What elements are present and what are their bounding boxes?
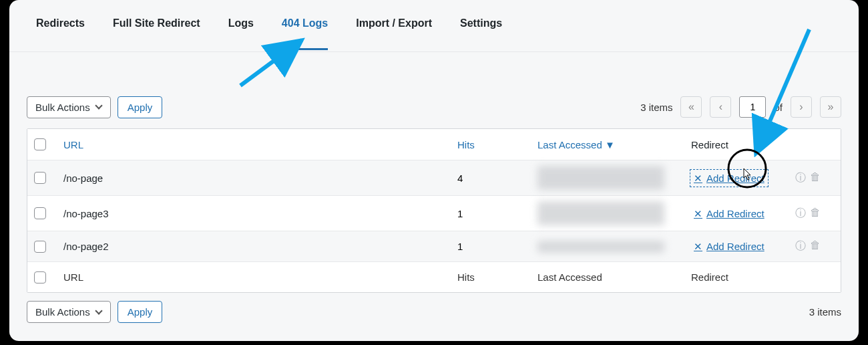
col-url[interactable]: URL	[63, 139, 457, 150]
col-redirect-footer: Redirect	[691, 271, 795, 283]
add-redirect-link[interactable]: ✕ Add Redirect	[691, 170, 767, 186]
toolbar-bottom: Bulk Actions Apply 3 items	[9, 293, 859, 323]
row-checkbox[interactable]	[34, 241, 46, 253]
tab-settings[interactable]: Settings	[460, 17, 502, 50]
add-redirect-label: Add Redirect	[706, 208, 765, 219]
add-redirect-label: Add Redirect	[706, 241, 765, 252]
select-all-checkbox[interactable]	[34, 138, 46, 150]
shuffle-icon: ✕	[694, 241, 702, 251]
pager-next-button[interactable]: ›	[791, 96, 812, 118]
tab-404-logs[interactable]: 404 Logs	[282, 17, 328, 50]
info-icon[interactable]: ⓘ	[795, 239, 806, 253]
item-count-bottom: 3 items	[809, 306, 841, 318]
info-icon[interactable]: ⓘ	[795, 207, 806, 221]
pager-last-button[interactable]: »	[820, 96, 841, 118]
col-hits[interactable]: Hits	[457, 139, 537, 150]
row-checkbox[interactable]	[34, 207, 46, 219]
pager-page-input[interactable]	[739, 96, 766, 118]
item-count: 3 items	[640, 102, 672, 113]
logs-table: URL Hits Last Accessed ▼ Redirect /no-pa…	[27, 128, 841, 293]
apply-button[interactable]: Apply	[118, 96, 163, 118]
row-url[interactable]: /no-page2	[63, 241, 457, 252]
row-hits: 1	[457, 208, 537, 219]
chevron-down-icon	[95, 104, 102, 110]
row-hits: 4	[457, 172, 537, 184]
toolbar-top: Bulk Actions Apply 3 items « ‹ of › »	[9, 92, 859, 122]
info-icon[interactable]: ⓘ	[795, 171, 806, 185]
table-row: /no-page 4 ✕ Add Redirect ⓘ 🗑	[27, 160, 841, 195]
app-panel: Redirects Full Site Redirect Logs 404 Lo…	[9, 0, 859, 341]
pager-prev-button[interactable]: ‹	[710, 96, 731, 118]
shuffle-icon: ✕	[694, 173, 702, 183]
bulk-actions-select[interactable]: Bulk Actions	[27, 96, 111, 118]
tab-redirects[interactable]: Redirects	[36, 17, 85, 50]
chevron-down-icon	[95, 309, 102, 316]
shuffle-icon: ✕	[694, 209, 702, 219]
apply-button-bottom[interactable]: Apply	[118, 301, 163, 323]
table-footer-row: URL Hits Last Accessed Redirect	[27, 261, 841, 292]
add-redirect-link[interactable]: ✕ Add Redirect	[691, 239, 767, 254]
row-last-accessed-redacted	[537, 166, 664, 190]
col-redirect: Redirect	[691, 139, 795, 150]
select-all-checkbox-footer[interactable]	[34, 271, 46, 283]
pager-of-label: of	[774, 102, 783, 113]
tab-full-site-redirect[interactable]: Full Site Redirect	[113, 17, 200, 50]
trash-icon[interactable]: 🗑	[810, 239, 821, 253]
tab-import-export[interactable]: Import / Export	[356, 17, 432, 50]
pager-first-button[interactable]: «	[680, 96, 702, 118]
row-url[interactable]: /no-page3	[63, 208, 457, 219]
row-hits: 1	[457, 241, 537, 252]
trash-icon[interactable]: 🗑	[810, 171, 821, 185]
col-url-footer: URL	[63, 271, 457, 283]
table-row: /no-page2 1 ✕ Add Redirect ⓘ 🗑	[27, 231, 841, 261]
row-last-accessed-redacted	[537, 201, 664, 225]
col-last-footer: Last Accessed	[537, 271, 691, 283]
tab-bar: Redirects Full Site Redirect Logs 404 Lo…	[9, 0, 859, 52]
col-hits-footer: Hits	[457, 271, 537, 283]
table-row: /no-page3 1 ✕ Add Redirect ⓘ 🗑	[27, 195, 841, 231]
col-last-label: Last Accessed	[537, 139, 602, 150]
add-redirect-link[interactable]: ✕ Add Redirect	[691, 206, 767, 221]
sort-desc-icon: ▼	[605, 139, 615, 150]
bulk-actions-label-bottom: Bulk Actions	[35, 306, 90, 318]
table-header-row: URL Hits Last Accessed ▼ Redirect	[27, 129, 841, 160]
row-last-accessed-redacted	[537, 241, 664, 253]
bulk-actions-label: Bulk Actions	[35, 102, 90, 113]
bulk-actions-select-bottom[interactable]: Bulk Actions	[27, 301, 111, 323]
row-checkbox[interactable]	[34, 172, 46, 184]
row-url[interactable]: /no-page	[63, 172, 457, 184]
add-redirect-label: Add Redirect	[706, 172, 765, 184]
trash-icon[interactable]: 🗑	[810, 207, 821, 221]
tab-logs[interactable]: Logs	[228, 17, 254, 50]
col-last-accessed[interactable]: Last Accessed ▼	[537, 139, 691, 150]
